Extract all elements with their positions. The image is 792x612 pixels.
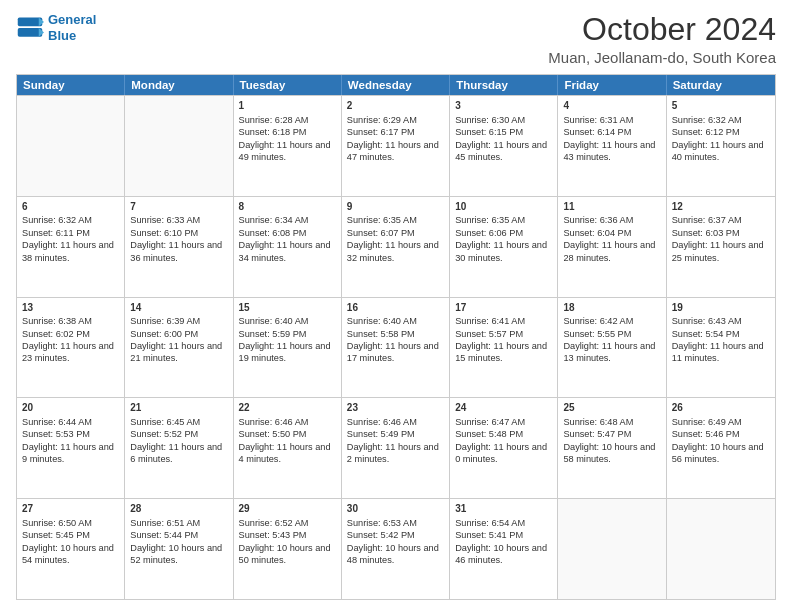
weekday-header-tuesday: Tuesday [234,75,342,95]
day-info: Sunrise: 6:29 AM Sunset: 6:17 PM Dayligh… [347,114,444,164]
calendar-day-10: 10Sunrise: 6:35 AM Sunset: 6:06 PM Dayli… [450,197,558,297]
day-info: Sunrise: 6:53 AM Sunset: 5:42 PM Dayligh… [347,517,444,567]
calendar-day-30: 30Sunrise: 6:53 AM Sunset: 5:42 PM Dayli… [342,499,450,599]
date-number: 7 [130,200,227,214]
day-info: Sunrise: 6:36 AM Sunset: 6:04 PM Dayligh… [563,214,660,264]
date-number: 2 [347,99,444,113]
logo: General Blue [16,12,96,43]
date-number: 31 [455,502,552,516]
calendar-day-31: 31Sunrise: 6:54 AM Sunset: 5:41 PM Dayli… [450,499,558,599]
calendar-day-5: 5Sunrise: 6:32 AM Sunset: 6:12 PM Daylig… [667,96,775,196]
main-title: October 2024 [548,12,776,47]
calendar-day-20: 20Sunrise: 6:44 AM Sunset: 5:53 PM Dayli… [17,398,125,498]
calendar-day-28: 28Sunrise: 6:51 AM Sunset: 5:44 PM Dayli… [125,499,233,599]
calendar-day-29: 29Sunrise: 6:52 AM Sunset: 5:43 PM Dayli… [234,499,342,599]
day-info: Sunrise: 6:40 AM Sunset: 5:59 PM Dayligh… [239,315,336,365]
day-info: Sunrise: 6:52 AM Sunset: 5:43 PM Dayligh… [239,517,336,567]
weekday-header-saturday: Saturday [667,75,775,95]
date-number: 5 [672,99,770,113]
date-number: 10 [455,200,552,214]
date-number: 18 [563,301,660,315]
calendar-day-17: 17Sunrise: 6:41 AM Sunset: 5:57 PM Dayli… [450,298,558,398]
calendar-day-25: 25Sunrise: 6:48 AM Sunset: 5:47 PM Dayli… [558,398,666,498]
calendar-day-empty [558,499,666,599]
date-number: 11 [563,200,660,214]
day-info: Sunrise: 6:30 AM Sunset: 6:15 PM Dayligh… [455,114,552,164]
date-number: 8 [239,200,336,214]
logo-blue-text: Blue [48,28,76,43]
calendar-day-7: 7Sunrise: 6:33 AM Sunset: 6:10 PM Daylig… [125,197,233,297]
calendar-day-16: 16Sunrise: 6:40 AM Sunset: 5:58 PM Dayli… [342,298,450,398]
calendar-day-26: 26Sunrise: 6:49 AM Sunset: 5:46 PM Dayli… [667,398,775,498]
calendar-week-2: 6Sunrise: 6:32 AM Sunset: 6:11 PM Daylig… [17,196,775,297]
calendar-day-4: 4Sunrise: 6:31 AM Sunset: 6:14 PM Daylig… [558,96,666,196]
calendar-week-1: 1Sunrise: 6:28 AM Sunset: 6:18 PM Daylig… [17,95,775,196]
date-number: 13 [22,301,119,315]
date-number: 3 [455,99,552,113]
weekday-header-monday: Monday [125,75,233,95]
calendar-day-empty [17,96,125,196]
calendar-body: 1Sunrise: 6:28 AM Sunset: 6:18 PM Daylig… [17,95,775,599]
page: General Blue October 2024 Muan, Jeollana… [0,0,792,612]
weekday-header-wednesday: Wednesday [342,75,450,95]
calendar-day-18: 18Sunrise: 6:42 AM Sunset: 5:55 PM Dayli… [558,298,666,398]
date-number: 4 [563,99,660,113]
calendar-week-3: 13Sunrise: 6:38 AM Sunset: 6:02 PM Dayli… [17,297,775,398]
svg-rect-0 [18,17,43,26]
day-info: Sunrise: 6:33 AM Sunset: 6:10 PM Dayligh… [130,214,227,264]
weekday-header-thursday: Thursday [450,75,558,95]
calendar-day-24: 24Sunrise: 6:47 AM Sunset: 5:48 PM Dayli… [450,398,558,498]
subtitle: Muan, Jeollanam-do, South Korea [548,49,776,66]
date-number: 26 [672,401,770,415]
date-number: 6 [22,200,119,214]
svg-rect-1 [18,28,43,37]
weekday-header-sunday: Sunday [17,75,125,95]
day-info: Sunrise: 6:47 AM Sunset: 5:48 PM Dayligh… [455,416,552,466]
calendar-day-22: 22Sunrise: 6:46 AM Sunset: 5:50 PM Dayli… [234,398,342,498]
calendar-day-3: 3Sunrise: 6:30 AM Sunset: 6:15 PM Daylig… [450,96,558,196]
day-info: Sunrise: 6:46 AM Sunset: 5:50 PM Dayligh… [239,416,336,466]
calendar-day-23: 23Sunrise: 6:46 AM Sunset: 5:49 PM Dayli… [342,398,450,498]
date-number: 19 [672,301,770,315]
calendar-day-2: 2Sunrise: 6:29 AM Sunset: 6:17 PM Daylig… [342,96,450,196]
logo-text: General Blue [48,12,96,43]
day-info: Sunrise: 6:37 AM Sunset: 6:03 PM Dayligh… [672,214,770,264]
day-info: Sunrise: 6:50 AM Sunset: 5:45 PM Dayligh… [22,517,119,567]
day-info: Sunrise: 6:28 AM Sunset: 6:18 PM Dayligh… [239,114,336,164]
calendar-day-11: 11Sunrise: 6:36 AM Sunset: 6:04 PM Dayli… [558,197,666,297]
calendar-day-1: 1Sunrise: 6:28 AM Sunset: 6:18 PM Daylig… [234,96,342,196]
day-info: Sunrise: 6:32 AM Sunset: 6:11 PM Dayligh… [22,214,119,264]
calendar-week-5: 27Sunrise: 6:50 AM Sunset: 5:45 PM Dayli… [17,498,775,599]
calendar-day-19: 19Sunrise: 6:43 AM Sunset: 5:54 PM Dayli… [667,298,775,398]
date-number: 20 [22,401,119,415]
day-info: Sunrise: 6:51 AM Sunset: 5:44 PM Dayligh… [130,517,227,567]
day-info: Sunrise: 6:41 AM Sunset: 5:57 PM Dayligh… [455,315,552,365]
date-number: 21 [130,401,227,415]
date-number: 29 [239,502,336,516]
day-info: Sunrise: 6:49 AM Sunset: 5:46 PM Dayligh… [672,416,770,466]
date-number: 14 [130,301,227,315]
calendar-day-27: 27Sunrise: 6:50 AM Sunset: 5:45 PM Dayli… [17,499,125,599]
calendar-day-9: 9Sunrise: 6:35 AM Sunset: 6:07 PM Daylig… [342,197,450,297]
calendar-day-13: 13Sunrise: 6:38 AM Sunset: 6:02 PM Dayli… [17,298,125,398]
date-number: 24 [455,401,552,415]
calendar-day-14: 14Sunrise: 6:39 AM Sunset: 6:00 PM Dayli… [125,298,233,398]
day-info: Sunrise: 6:32 AM Sunset: 6:12 PM Dayligh… [672,114,770,164]
date-number: 27 [22,502,119,516]
day-info: Sunrise: 6:46 AM Sunset: 5:49 PM Dayligh… [347,416,444,466]
date-number: 12 [672,200,770,214]
date-number: 1 [239,99,336,113]
calendar: SundayMondayTuesdayWednesdayThursdayFrid… [16,74,776,600]
calendar-day-8: 8Sunrise: 6:34 AM Sunset: 6:08 PM Daylig… [234,197,342,297]
day-info: Sunrise: 6:42 AM Sunset: 5:55 PM Dayligh… [563,315,660,365]
logo-icon [16,14,44,42]
date-number: 16 [347,301,444,315]
date-number: 17 [455,301,552,315]
calendar-day-empty [667,499,775,599]
calendar-day-21: 21Sunrise: 6:45 AM Sunset: 5:52 PM Dayli… [125,398,233,498]
calendar-day-6: 6Sunrise: 6:32 AM Sunset: 6:11 PM Daylig… [17,197,125,297]
day-info: Sunrise: 6:54 AM Sunset: 5:41 PM Dayligh… [455,517,552,567]
weekday-header-friday: Friday [558,75,666,95]
logo-general: General [48,12,96,27]
date-number: 22 [239,401,336,415]
